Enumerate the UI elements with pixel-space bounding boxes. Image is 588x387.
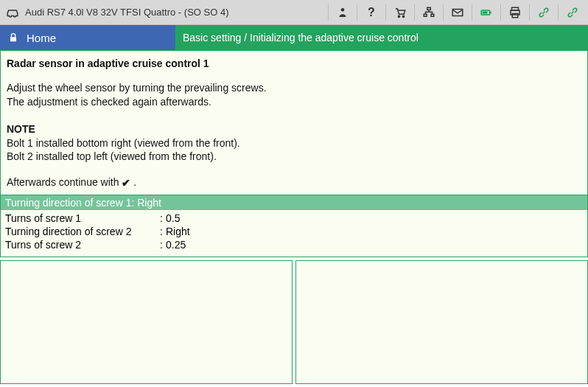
home-label: Home [27, 32, 56, 44]
car-icon [6, 6, 19, 19]
print-button[interactable] [505, 3, 525, 22]
link-icon [537, 6, 550, 19]
svg-point-0 [341, 8, 345, 12]
help-button[interactable]: ? [362, 3, 381, 22]
instruction-heading: Radar sensor in adaptive cruise control … [7, 57, 581, 71]
battery-button[interactable] [477, 3, 496, 22]
results-header-value: Right [137, 197, 161, 209]
svg-rect-8 [483, 11, 488, 13]
toolbar-separator [414, 4, 415, 21]
continue-prefix: Afterwards continue with [7, 176, 122, 188]
note-line: Bolt 2 installed top left (viewed from t… [7, 150, 581, 164]
window-title: Audi RS7 4.0l V8 32V TFSI Quattro - (SO … [25, 7, 229, 18]
instruction-line: The adjustment is checked again afterwar… [7, 95, 581, 109]
link-icon [566, 6, 579, 19]
toolbar-separator [558, 4, 559, 21]
toolbar-separator [472, 4, 472, 21]
svg-rect-7 [490, 11, 491, 13]
svg-point-1 [398, 15, 399, 17]
bottom-right-pane [295, 260, 588, 384]
bottom-left-pane [0, 260, 293, 384]
toolbar-separator [385, 4, 386, 21]
person-icon [336, 6, 349, 19]
toolbar-separator [529, 4, 530, 21]
navbar: Home Basic setting / Initializing the ad… [0, 25, 588, 50]
battery-icon [480, 6, 493, 19]
cart-button[interactable] [391, 3, 410, 22]
result-label: Turns of screw 1 [5, 212, 160, 225]
print-icon [508, 6, 522, 19]
results-header: Turning direction of screw 1: Right [1, 195, 587, 210]
results-panel: Turning direction of screw 1: Right Turn… [0, 195, 588, 257]
link-button-1[interactable] [534, 3, 553, 22]
tree-button[interactable] [419, 3, 438, 22]
help-icon: ? [368, 6, 375, 19]
results-rows: Turns of screw 1 : 0.5 Turning direction… [1, 210, 587, 257]
person-button[interactable] [333, 3, 352, 22]
continue-suffix: . [130, 176, 136, 188]
toolbar-separator [328, 4, 329, 21]
mail-button[interactable] [448, 3, 467, 22]
breadcrumb-text: Basic setting / Initializing the adaptiv… [183, 32, 419, 43]
note-line: Bolt 1 installed bottom right (viewed fr… [7, 136, 581, 150]
result-row: Turns of screw 2 : 0.25 [5, 238, 583, 251]
link-button-2[interactable] [563, 3, 582, 22]
toolbar-separator [500, 4, 501, 21]
breadcrumb: Basic setting / Initializing the adaptiv… [175, 25, 588, 50]
result-row: Turns of screw 1 : 0.5 [5, 212, 583, 225]
bottom-panels [0, 260, 588, 384]
result-row: Turning direction of screw 2 : Right [5, 225, 583, 238]
result-value: 0.25 [166, 238, 186, 251]
check-icon: ✔ [122, 176, 130, 190]
result-value: Right [166, 225, 190, 238]
mail-icon [451, 6, 464, 19]
result-label: Turns of screw 2 [5, 238, 160, 251]
instruction-line: Adjust the wheel sensor by turning the p… [7, 81, 581, 95]
cart-icon [393, 6, 407, 19]
continue-line: Afterwards continue with ✔ . [7, 175, 581, 190]
toolbar: ? [325, 3, 582, 22]
instruction-panel: Radar sensor in adaptive cruise control … [0, 50, 588, 195]
results-header-label: Turning direction of screw 1 [5, 197, 131, 209]
svg-rect-3 [427, 7, 431, 10]
result-label: Turning direction of screw 2 [5, 225, 160, 238]
toolbar-separator [443, 4, 444, 21]
titlebar: Audi RS7 4.0l V8 32V TFSI Quattro - (SO … [0, 0, 588, 25]
result-value: 0.5 [166, 212, 180, 225]
svg-rect-5 [431, 14, 434, 16]
lock-icon [7, 32, 19, 43]
svg-rect-4 [424, 14, 427, 16]
home-button[interactable]: Home [0, 25, 175, 50]
svg-point-2 [402, 15, 404, 17]
tree-icon [422, 6, 435, 19]
toolbar-separator [357, 4, 357, 21]
note-label: NOTE [7, 122, 581, 136]
svg-rect-12 [10, 37, 16, 41]
